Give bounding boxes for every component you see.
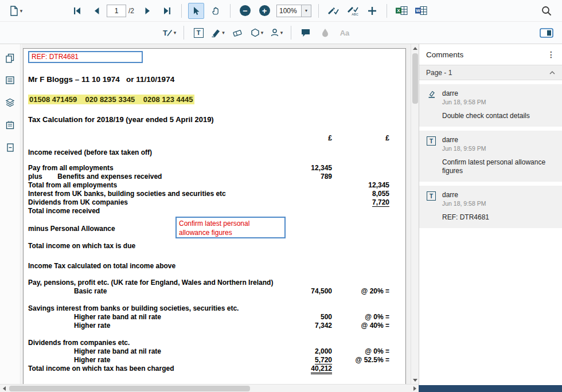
- row-rate: @ 20% =: [332, 287, 389, 296]
- row-label: Total income received: [28, 207, 279, 215]
- comment-card[interactable]: T darre Jun 18, 9:58 PM REF: DTR4681: [419, 186, 562, 228]
- layers-icon: [5, 98, 15, 107]
- pen-tool-button[interactable]: ▾: [210, 25, 226, 41]
- export-excel-button[interactable]: X: [393, 3, 409, 19]
- row-value: 8,055: [332, 190, 389, 198]
- zoom-out-button[interactable]: −: [237, 3, 253, 19]
- scroll-left-button[interactable]: [0, 385, 8, 392]
- highlight-annotation[interactable]: 01508 471459 020 8235 3345 0208 123 4445: [28, 95, 194, 104]
- vertical-scrollbar[interactable]: [411, 44, 419, 384]
- svg-text:ABC: ABC: [352, 13, 358, 16]
- scroll-down-button[interactable]: [411, 376, 419, 384]
- bookmarks-panel-button[interactable]: [2, 117, 18, 133]
- last-page-icon: [162, 6, 171, 15]
- text-style-button[interactable]: Aa: [337, 25, 353, 41]
- comment-author: darre: [442, 136, 486, 144]
- new-document-button[interactable]: ▾: [7, 3, 24, 19]
- currency-header-row: £ £: [28, 134, 389, 143]
- add-tool-button[interactable]: [364, 3, 380, 19]
- tax-row: Total income on which tax is due: [28, 242, 389, 250]
- comments-panel: Comments ⋮ Page - 1 darre Jun 18, 9:58 P…: [419, 44, 562, 385]
- comments-panel-toggle-button[interactable]: [538, 25, 555, 41]
- row-label: Dividends from companies etc.: [28, 339, 279, 347]
- document-body: Mr F Bloggs – 11 10 1974 or 11/10/1974 0…: [24, 49, 405, 373]
- chevron-down-icon: ▾: [261, 30, 264, 36]
- search-button[interactable]: [538, 3, 555, 19]
- row-rate: @ 0% =: [332, 313, 389, 322]
- plus-circle-icon: +: [259, 5, 270, 16]
- typewriter-annotation-icon: T: [427, 136, 436, 146]
- copy-pages-panel-button[interactable]: [2, 50, 18, 66]
- typewriter-tool-button[interactable]: T: [190, 25, 206, 41]
- annotation-toolbar: T ▾ T ▾ ▾ ▾ Aa: [0, 22, 562, 44]
- thumbnails-panel-button[interactable]: [2, 72, 18, 88]
- fill-color-button[interactable]: [317, 25, 333, 41]
- left-sidebar: [0, 44, 21, 384]
- page-number-input[interactable]: [107, 5, 126, 17]
- chevron-down-icon: ▾: [280, 30, 283, 36]
- first-page-button[interactable]: [69, 3, 85, 19]
- ref-annotation-box[interactable]: REF: DTR4681: [28, 51, 143, 63]
- cursor-arrow-icon: [192, 6, 201, 15]
- text-style-icon: Aa: [340, 29, 350, 37]
- row-label: Interest from UK banks, building societi…: [28, 190, 279, 198]
- minus-circle-icon: −: [240, 5, 251, 16]
- row-label: Higher rate: [28, 322, 279, 330]
- personal-allowance-row: minus Personal Allowance Confirm latest …: [28, 225, 389, 233]
- comment-card[interactable]: T darre Jun 18, 9:59 PM Confirm latest p…: [419, 131, 562, 182]
- tax-row: Pay from all employments12,345: [28, 164, 389, 173]
- row-label: Basic rate: [28, 287, 279, 296]
- tax-row: Dividends from UK companies7,720: [28, 198, 389, 207]
- comment-tool-button[interactable]: [298, 25, 314, 41]
- last-page-button[interactable]: [159, 3, 175, 19]
- chevron-down-icon: ▾: [20, 8, 23, 14]
- zoom-in-button[interactable]: +: [256, 3, 272, 19]
- previous-page-button[interactable]: [89, 3, 105, 19]
- vertical-scroll-thumb[interactable]: [412, 53, 418, 104]
- spell-check-button[interactable]: ABC: [345, 3, 361, 19]
- text-markup-tool-button[interactable]: T ▾: [161, 25, 177, 41]
- separator: [387, 4, 387, 18]
- shapes-tool-button[interactable]: ▾: [249, 25, 265, 41]
- document-viewport[interactable]: REF: DTR4681 Mr F Bloggs – 11 10 1974 or…: [21, 44, 411, 384]
- comments-menu-button[interactable]: ⋮: [546, 50, 556, 59]
- next-page-button[interactable]: [139, 3, 155, 19]
- row-value: 7,342: [279, 322, 332, 330]
- tax-row: Basic rate74,500@ 20% =: [28, 287, 389, 296]
- chevron-up-icon: [549, 71, 555, 75]
- comments-list: darre Jun 18, 9:58 PM Double check conta…: [419, 80, 562, 228]
- comment-timestamp: Jun 18, 9:58 PM: [442, 99, 486, 105]
- scroll-up-button[interactable]: [411, 44, 419, 52]
- overflow-menu-icon: ⋮: [547, 50, 555, 59]
- horizontal-scrollbar[interactable]: [0, 384, 419, 392]
- export-word-button[interactable]: W: [413, 3, 429, 19]
- section-heading: Pay, pensions, profit etc. (UK rate for …: [28, 279, 389, 287]
- hand-tool-button[interactable]: [208, 3, 224, 19]
- svg-text:T: T: [163, 29, 167, 37]
- allowance-annotation-box[interactable]: Confirm latest personal allowance figure…: [175, 217, 286, 238]
- next-page-icon: [143, 6, 152, 15]
- horizontal-scroll-thumb[interactable]: [9, 386, 250, 391]
- comment-card[interactable]: darre Jun 18, 9:58 PM Double check conta…: [419, 84, 562, 127]
- comment-author: darre: [442, 191, 486, 199]
- section-heading: Dividends from companies etc.: [28, 339, 389, 347]
- row-label: Pay, pensions, profit etc. (UK rate for …: [28, 279, 279, 287]
- tax-row: Higher rate band at nil rate500@ 0% =: [28, 313, 389, 322]
- stamp-tool-button[interactable]: ▾: [268, 25, 284, 41]
- row-label: Total income on which tax is due: [28, 242, 279, 250]
- page-group-bar[interactable]: Page - 1: [419, 65, 562, 80]
- scroll-right-button[interactable]: [411, 385, 419, 392]
- comment-timestamp: Jun 18, 9:59 PM: [442, 145, 486, 152]
- separator: [291, 26, 291, 40]
- zoom-dropdown-button[interactable]: ▾: [301, 5, 311, 17]
- tax-row: Total income on which tax has been charg…: [28, 364, 389, 373]
- svg-text:X: X: [397, 8, 400, 13]
- layers-panel-button[interactable]: [2, 95, 18, 111]
- zoom-level-input[interactable]: [277, 5, 301, 17]
- notes-panel-button[interactable]: [2, 139, 18, 155]
- verify-signature-button[interactable]: [325, 3, 341, 19]
- zoom-level-control: ▾: [276, 5, 311, 17]
- eraser-tool-button[interactable]: [229, 25, 245, 41]
- select-tool-button[interactable]: [188, 3, 204, 19]
- pdf-page: REF: DTR4681 Mr F Bloggs – 11 10 1974 or…: [23, 48, 406, 384]
